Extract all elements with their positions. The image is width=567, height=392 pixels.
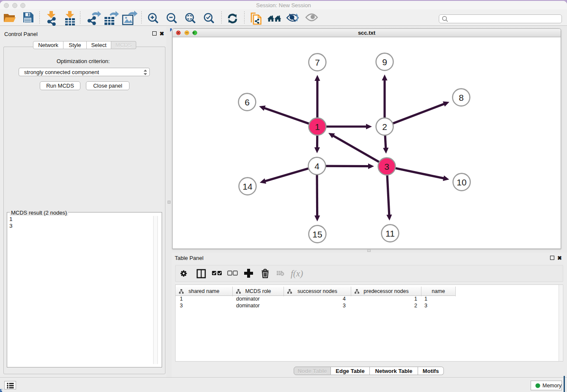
svg-text:1: 1 <box>315 122 320 132</box>
svg-text:2: 2 <box>382 122 387 132</box>
svg-text:15: 15 <box>312 229 322 239</box>
svg-text:4: 4 <box>314 161 319 171</box>
svg-text:7: 7 <box>315 58 320 67</box>
svg-text:3: 3 <box>384 162 389 171</box>
svg-text:14: 14 <box>242 182 253 191</box>
svg-text:11: 11 <box>385 229 395 238</box>
svg-text:6: 6 <box>245 97 250 107</box>
svg-text:f(x): f(x) <box>291 268 303 279</box>
svg-text:10: 10 <box>457 177 466 187</box>
svg-text:8: 8 <box>459 93 464 102</box>
svg-text:9: 9 <box>382 57 387 67</box>
